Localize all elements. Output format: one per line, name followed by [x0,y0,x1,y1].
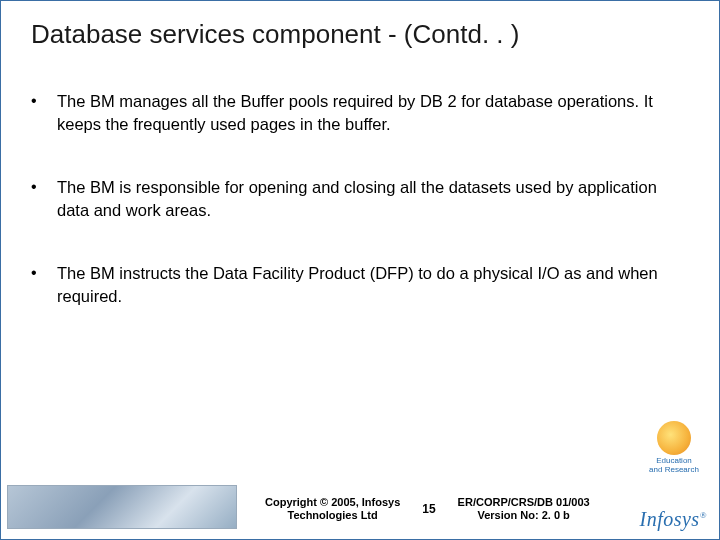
document-id: ER/CORP/CRS/DB 01/003 Version No: 2. 0 b [458,496,590,522]
bullet-text: The BM manages all the Buffer pools requ… [57,90,669,136]
docid-line2: Version No: 2. 0 b [477,509,569,521]
bullet-text: The BM is responsible for opening and cl… [57,176,669,222]
bullet-dot-icon: • [31,176,57,222]
bullet-item: • The BM is responsible for opening and … [31,176,669,222]
copyright-line2: Technologies Ltd [288,509,378,521]
slide-body: • The BM manages all the Buffer pools re… [1,50,719,539]
docid-line1: ER/CORP/CRS/DB 01/003 [458,496,590,508]
edu-logo-line2: and Research [643,466,705,475]
slide-title: Database services component - (Contd. . … [1,1,719,50]
sun-icon [657,421,691,455]
bullet-dot-icon: • [31,262,57,308]
bullet-item: • The BM manages all the Buffer pools re… [31,90,669,136]
copyright-text: Copyright © 2005, Infosys Technologies L… [265,496,400,522]
education-research-logo: Education and Research [643,421,705,475]
footer: Copyright © 2005, Infosys Technologies L… [1,479,719,539]
copyright-line1: Copyright © 2005, Infosys [265,496,400,508]
slide: Database services component - (Contd. . … [0,0,720,540]
infosys-logo: Infosys® [639,508,707,531]
page-number: 15 [422,502,435,516]
footer-decorative-image [7,485,237,529]
bullet-dot-icon: • [31,90,57,136]
registered-icon: ® [700,510,707,520]
infosys-logo-text: Infosys [639,508,699,530]
bullet-text: The BM instructs the Data Facility Produ… [57,262,669,308]
bullet-item: • The BM instructs the Data Facility Pro… [31,262,669,308]
